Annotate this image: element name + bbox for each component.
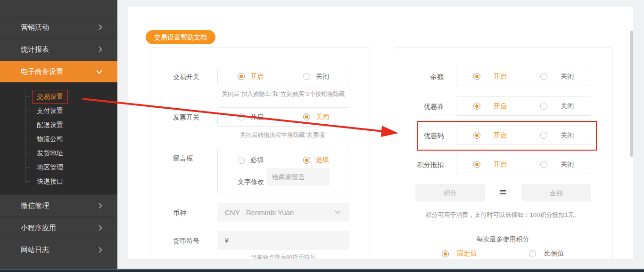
- sidebar-subitem-label: 快递接口: [37, 177, 63, 185]
- points-deduct-on-option[interactable]: 开启: [473, 160, 507, 169]
- points-input[interactable]: [415, 184, 485, 201]
- option-label[interactable]: 关闭: [561, 131, 574, 140]
- sidebar-subitem-delivery-settings[interactable]: 配送设置: [0, 118, 117, 132]
- sidebar-item-label: 营销活动: [21, 23, 49, 31]
- chevron-down-icon: [335, 208, 341, 214]
- invoice-switch-note: 关闭后购物流程中将隐藏“发票项”: [203, 131, 363, 139]
- sidebar-item-wechat[interactable]: 微信管理: [0, 194, 117, 216]
- coupon-label: 优惠券: [393, 103, 444, 111]
- sidebar-subitem-label: 物流公司: [37, 135, 63, 143]
- chevron-right-icon: [96, 225, 102, 231]
- trade-switch-label: 交易开关: [173, 73, 199, 81]
- coupon-on-option[interactable]: 开启: [473, 102, 507, 111]
- option-label[interactable]: 开启: [250, 72, 264, 81]
- option-label[interactable]: 选填: [316, 156, 329, 164]
- sidebar-item-label: 微信管理: [21, 201, 49, 209]
- sidebar-item-label: 统计报表: [21, 45, 49, 53]
- radio-unselected-icon[interactable]: [540, 73, 547, 80]
- sidebar-item-reports[interactable]: 统计报表: [0, 38, 117, 60]
- sidebar-item-label: 网站日志: [21, 246, 49, 254]
- sidebar: 营销活动 统计报表 电子商务设置 交易设置 支付设置 配送设置 物流公司 发货地…: [0, 0, 117, 269]
- sidebar-subitem-label: 配送设置: [37, 121, 63, 128]
- option-label[interactable]: 关闭: [561, 72, 574, 81]
- radio-selected-icon[interactable]: [473, 103, 480, 110]
- radio-unselected-icon[interactable]: [529, 250, 536, 257]
- amount-input[interactable]: [521, 184, 591, 201]
- radio-unselected-icon[interactable]: [238, 113, 245, 120]
- radio-selected-icon[interactable]: [238, 73, 245, 80]
- radio-unselected-icon[interactable]: [238, 157, 245, 164]
- max-points-fixed-option[interactable]: 固定值: [442, 249, 477, 258]
- trade-switch-off-option[interactable]: 关闭: [303, 72, 329, 81]
- option-label[interactable]: 开启: [494, 72, 507, 81]
- message-text-input[interactable]: [266, 168, 330, 186]
- chevron-down-icon: [96, 68, 102, 74]
- coupon-group: 开启 关闭: [456, 96, 591, 116]
- sidebar-item-site-logs[interactable]: 网站日志: [0, 239, 117, 261]
- option-label[interactable]: 关闭: [316, 113, 329, 121]
- sidebar-item-miniprogram[interactable]: 小程序应用: [0, 216, 117, 239]
- trade-settings-card: 交易开关 开启 关闭 关闭后“加入购物车”和“立刻购买”2个按钮将隐藏 发票开关…: [150, 47, 370, 259]
- radio-unselected-icon[interactable]: [540, 161, 547, 168]
- message-optional-option[interactable]: 选填: [303, 156, 329, 164]
- sidebar-subitem-shipping-address[interactable]: 发货地址: [0, 146, 117, 160]
- sidebar-item-label: 电子商务设置: [21, 67, 63, 75]
- option-label[interactable]: 开启: [494, 102, 507, 111]
- chevron-right-icon: [96, 203, 102, 209]
- radio-selected-icon[interactable]: [303, 157, 310, 164]
- sidebar-subitem-region-management[interactable]: 地区管理: [0, 160, 117, 174]
- radio-selected-icon[interactable]: [473, 73, 480, 80]
- invoice-switch-group: 开启 关闭: [217, 107, 349, 127]
- radio-unselected-icon[interactable]: [540, 132, 547, 139]
- balance-off-option[interactable]: 关闭: [540, 72, 574, 81]
- message-required-option[interactable]: 必填: [238, 156, 264, 164]
- chevron-right-icon: [96, 247, 102, 253]
- coupon-code-on-option[interactable]: 开启: [473, 131, 507, 140]
- invoice-switch-on-option[interactable]: 开启: [238, 113, 264, 121]
- sidebar-subitem-payment-settings[interactable]: 支付设置: [0, 104, 117, 118]
- max-points-ratio-option[interactable]: 比例值: [529, 249, 564, 258]
- option-label[interactable]: 关闭: [561, 102, 574, 111]
- option-label[interactable]: 开启: [494, 160, 507, 169]
- points-deduct-off-option[interactable]: 关闭: [540, 160, 574, 169]
- vertical-scrollbar-thumb[interactable]: [630, 31, 633, 157]
- option-label[interactable]: 关闭: [316, 72, 329, 81]
- option-label[interactable]: 关闭: [561, 160, 574, 169]
- max-points-group: 固定值 比例值: [393, 247, 612, 259]
- message-box-group: 必填 选填 文字修改: [217, 148, 349, 194]
- option-label[interactable]: 固定值: [457, 249, 477, 258]
- trade-settings-annotation-box[interactable]: 交易设置: [32, 90, 68, 104]
- invoice-switch-off-option[interactable]: 关闭: [303, 113, 329, 121]
- currency-select[interactable]: CNY - Renminbi Yuan: [217, 203, 349, 222]
- sidebar-spacer: [0, 0, 117, 16]
- option-label[interactable]: 开启: [250, 113, 264, 121]
- balance-on-option[interactable]: 开启: [473, 72, 507, 81]
- equals-sign: =: [490, 186, 516, 199]
- trade-switch-on-option[interactable]: 开启: [238, 72, 264, 81]
- sidebar-subitem-express-api[interactable]: 快递接口: [0, 174, 117, 188]
- radio-unselected-icon[interactable]: [303, 73, 310, 80]
- radio-selected-icon[interactable]: [473, 132, 480, 139]
- coupon-code-off-option[interactable]: 关闭: [540, 131, 574, 140]
- sidebar-item-marketing[interactable]: 营销活动: [0, 16, 117, 38]
- help-doc-button[interactable]: 交易设置帮助文档: [146, 30, 215, 44]
- max-points-title: 每次最多使用积分: [393, 235, 612, 244]
- radio-selected-icon[interactable]: [473, 161, 480, 168]
- currency-label: 币种: [173, 209, 186, 217]
- option-label[interactable]: 开启: [494, 131, 507, 140]
- radio-unselected-icon[interactable]: [540, 103, 547, 110]
- currency-symbol-input[interactable]: [217, 231, 349, 250]
- sidebar-item-ecommerce-settings[interactable]: 电子商务设置: [0, 60, 117, 82]
- radio-selected-icon[interactable]: [442, 250, 449, 257]
- radio-selected-icon[interactable]: [303, 113, 310, 120]
- chevron-right-icon: [96, 24, 102, 31]
- sidebar-submenu: 交易设置 支付设置 配送设置 物流公司 发货地址 地区管理 快递接口: [0, 82, 117, 194]
- modify-text-label: 文字修改: [238, 178, 264, 186]
- currency-symbol-label: 货币符号: [173, 237, 199, 246]
- points-deduct-label: 积分抵扣: [393, 161, 444, 169]
- option-label[interactable]: 比例值: [545, 249, 564, 258]
- option-label[interactable]: 必填: [250, 156, 264, 164]
- sidebar-subitem-trade-settings[interactable]: 交易设置: [0, 89, 117, 104]
- coupon-off-option[interactable]: 关闭: [540, 102, 574, 111]
- sidebar-subitem-logistics-company[interactable]: 物流公司: [0, 132, 117, 146]
